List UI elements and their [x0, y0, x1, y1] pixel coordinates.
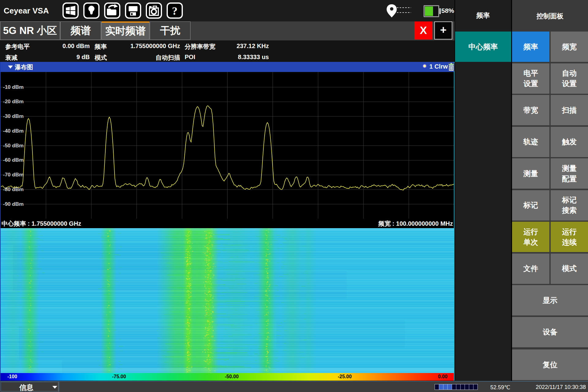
svg-text:?: ?	[172, 5, 178, 17]
